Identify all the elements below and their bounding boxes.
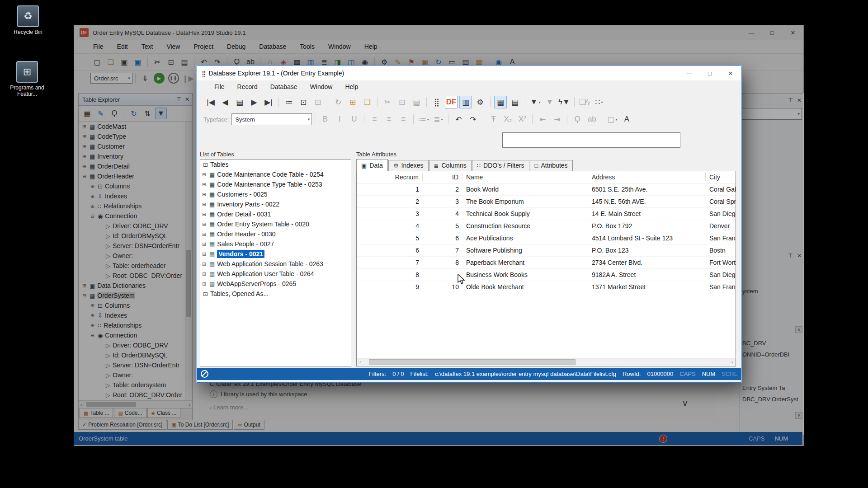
- tree-item[interactable]: ⊞▦OrderDetail: [79, 161, 192, 171]
- menu-item-database[interactable]: Database: [259, 43, 286, 50]
- pin-icon[interactable]: ⊤: [788, 253, 793, 259]
- refresh-icon[interactable]: ↻: [332, 96, 344, 108]
- find-table-icon[interactable]: Ϙ: [108, 108, 120, 119]
- table-row[interactable]: 67Software PublishingP.O. Box 123Bostn: [357, 244, 736, 257]
- save-all-icon[interactable]: ▣: [132, 56, 144, 68]
- tree-item[interactable]: ⊟▦OrderSystem: [79, 291, 192, 300]
- menu-item-window[interactable]: Window: [310, 83, 333, 90]
- plus-expander-icon[interactable]: ⊞: [82, 124, 88, 130]
- align-right-icon[interactable]: ≡: [397, 113, 410, 126]
- table-list-item[interactable]: ⊞▦Code Maintenance Code Table - 0254: [200, 169, 351, 179]
- paste-icon[interactable]: ▤: [410, 96, 423, 108]
- open-table-folder-icon[interactable]: ❏: [361, 96, 373, 108]
- column-header-address[interactable]: Address: [588, 173, 706, 181]
- delete-record-icon[interactable]: ⊡: [311, 96, 324, 108]
- tree-item[interactable]: ▷Root: ODBC_DRV:Order: [79, 271, 192, 281]
- previous-record-icon[interactable]: ◀: [219, 96, 231, 108]
- bold-icon[interactable]: B: [319, 113, 331, 126]
- menu-item-database[interactable]: Database: [270, 83, 297, 90]
- minus-expander-icon[interactable]: ⊟: [82, 293, 88, 299]
- menu-item-file[interactable]: File: [93, 43, 104, 50]
- edit-filter-icon[interactable]: ▼: [529, 96, 542, 108]
- minus-expander-icon[interactable]: ⊟: [82, 174, 88, 179]
- table-list-item[interactable]: ⊞▦Order Header - 0030: [200, 229, 351, 239]
- pause-button[interactable]: ❚❚: [168, 73, 179, 84]
- dock-combo[interactable]: ▾: [740, 108, 802, 120]
- outdent-icon[interactable]: ⇤: [536, 113, 549, 126]
- table-list-item[interactable]: ⊞▦Vendors - 0021: [200, 249, 351, 259]
- plus-expander-icon[interactable]: ⊞: [202, 192, 208, 197]
- plus-expander-icon[interactable]: ⊞: [90, 323, 96, 328]
- tree-item[interactable]: ▷Server: DSN=OrderEntr: [79, 241, 192, 251]
- table-list-item[interactable]: ⊞▦Inventory Parts - 0022: [200, 199, 351, 209]
- grid-view-icon[interactable]: ▦: [494, 96, 507, 108]
- menu-item-debug[interactable]: Debug: [227, 43, 245, 50]
- scroll-left-icon[interactable]: ‹: [357, 360, 363, 365]
- plus-expander-icon[interactable]: ⊞: [202, 211, 208, 217]
- select-list-icon[interactable]: ≔: [283, 96, 295, 108]
- cut-icon[interactable]: ✂: [151, 56, 163, 68]
- minimize-icon[interactable]: —: [679, 66, 699, 80]
- filter-tables-icon[interactable]: ▼: [155, 108, 167, 119]
- close-icon[interactable]: ✕: [720, 66, 741, 80]
- minus-expander-icon[interactable]: ⊟: [90, 333, 96, 338]
- tab-ddo-s-filters[interactable]: ∷DDO's / Filters: [472, 160, 529, 171]
- tree-item[interactable]: ▷Table: ordersystem: [79, 380, 192, 390]
- step-button[interactable]: ❙▶: [182, 72, 194, 84]
- select-mode-icon[interactable]: ▢: [606, 113, 618, 126]
- replace-icon[interactable]: ab: [585, 113, 598, 126]
- table-list-item[interactable]: ⊞▦Web Application Session Table - 0263: [200, 259, 351, 269]
- order-tables-icon[interactable]: ⇅: [142, 108, 153, 119]
- new-file-icon[interactable]: ▢: [91, 56, 103, 68]
- table-list-item[interactable]: ⊞▦Sales People - 0027: [200, 239, 351, 249]
- plus-expander-icon[interactable]: ⊞: [82, 154, 88, 160]
- pin-icon[interactable]: ⊤: [788, 97, 793, 103]
- tab-to-do-list-order-src-[interactable]: ▣To Do List [Order.src]: [167, 420, 233, 430]
- undo-icon[interactable]: ↶: [452, 113, 465, 126]
- font-icon[interactable]: A: [620, 113, 633, 126]
- scroll-up-icon[interactable]: ∧: [795, 326, 802, 333]
- menu-item-tools[interactable]: Tools: [300, 43, 315, 50]
- form-view-icon[interactable]: ▤: [509, 96, 521, 108]
- tab-problem-resolution-order-src-[interactable]: ✔Problem Resolution [Order.src]: [78, 420, 166, 430]
- tree-item[interactable]: ⊞▣Data Dictionaries: [79, 281, 192, 291]
- clear-filter-icon[interactable]: ϟ▼: [558, 96, 571, 108]
- numbered-list-icon[interactable]: ≔: [417, 113, 430, 126]
- menu-item-help[interactable]: Help: [345, 83, 358, 90]
- close-icon[interactable]: ✕: [797, 97, 802, 103]
- menu-item-project[interactable]: Project: [193, 43, 213, 50]
- pin-icon[interactable]: ⊤: [176, 96, 181, 103]
- run-button[interactable]: ▶: [154, 73, 165, 84]
- apply-filter-icon[interactable]: ▼: [543, 96, 556, 108]
- desktop-icon-programs[interactable]: ⊞ Programs and Featur...: [5, 61, 49, 97]
- settings-gear-icon[interactable]: ⚙: [474, 96, 486, 108]
- table-row[interactable]: 34Technical Book Supply14 E. Main Street…: [357, 208, 736, 220]
- strikethrough-icon[interactable]: Ŧ: [487, 113, 500, 126]
- explorer-titlebar[interactable]: ⣿ Database Explorer 19.1 - (Order Entry …: [197, 66, 741, 80]
- redo-icon[interactable]: ↷: [467, 113, 479, 126]
- project-selector[interactable]: Order.src▾: [90, 73, 132, 84]
- typeface-selector[interactable]: System▾: [231, 113, 312, 125]
- plus-expander-icon[interactable]: ⊞: [202, 271, 208, 277]
- menu-item-view[interactable]: View: [166, 43, 180, 50]
- column-header-city[interactable]: City: [706, 173, 736, 181]
- tab-output[interactable]: ⇨Output: [234, 420, 264, 430]
- tree-item[interactable]: ⊟◉Connection: [79, 211, 192, 221]
- tree-item[interactable]: ⊞⊡Columns: [79, 181, 192, 191]
- plus-expander-icon[interactable]: ⊞: [202, 202, 208, 207]
- plus-expander-icon[interactable]: ⊞: [82, 164, 88, 169]
- tree-item[interactable]: ⊞▦CodeMast: [79, 122, 192, 131]
- copy-icon[interactable]: ⊡: [165, 56, 177, 68]
- align-left-icon[interactable]: ≡: [368, 113, 381, 126]
- italic-icon[interactable]: I: [333, 113, 346, 126]
- vertical-scrollbar[interactable]: [185, 122, 192, 400]
- subscript-icon[interactable]: X₂: [501, 113, 514, 126]
- tree-item[interactable]: ▷Server: DSN=OrderEntr: [79, 360, 192, 370]
- tree-item[interactable]: ⊞⇩Indexes: [79, 191, 192, 201]
- run-query-icon[interactable]: ❏ϟ: [578, 96, 591, 108]
- plus-expander-icon[interactable]: ⊞: [202, 261, 208, 267]
- tree-item[interactable]: ⊞▦CodeType: [79, 131, 192, 141]
- tree-item[interactable]: ▷Table: orderheader: [79, 261, 192, 271]
- scrollbar-thumb[interactable]: [86, 402, 136, 407]
- first-record-icon[interactable]: |◀: [204, 96, 217, 108]
